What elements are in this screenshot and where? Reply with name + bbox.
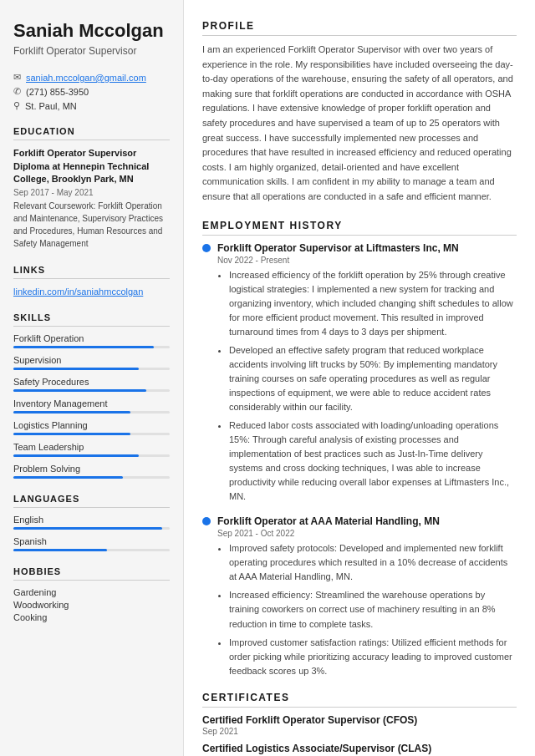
- skill-bar-fill: [13, 346, 154, 348]
- emp-bullet: Reduced labor costs associated with load…: [229, 419, 517, 504]
- skill-item: Safety Procedures: [13, 377, 170, 392]
- skills-section-title: Skills: [13, 312, 170, 327]
- skill-bar-bg: [13, 433, 170, 435]
- contact-phone: ✆ (271) 855-3950: [13, 86, 170, 97]
- main-content: Profile I am an experienced Forklift Ope…: [184, 0, 535, 756]
- cert-name: Certified Logistics Associate/Supervisor…: [202, 743, 517, 754]
- language-item: English: [13, 515, 170, 530]
- languages-list: English Spanish: [13, 515, 170, 551]
- skill-bar-fill: [13, 368, 139, 370]
- profile-text: I am an experienced Forklift Operator Su…: [202, 43, 517, 205]
- skill-bar-bg: [13, 389, 170, 392]
- email-link[interactable]: saniah.mccolgan@gmail.com: [26, 73, 146, 83]
- emp-bullet: Increased efficiency of the forklift ope…: [229, 268, 517, 339]
- education-section-title: Education: [13, 126, 170, 140]
- employment-item: Forklift Operator Supervisor at Liftmast…: [202, 242, 517, 505]
- skill-bar-fill: [13, 433, 130, 435]
- certificates-section-title: Certificates: [202, 692, 517, 708]
- skill-item: Problem Solving: [13, 464, 170, 479]
- emp-bullet: Improved customer satisfaction ratings: …: [229, 636, 517, 678]
- candidate-name: Saniah Mccolgan: [13, 20, 170, 42]
- emp-dates: Nov 2022 - Present: [217, 256, 517, 265]
- links-section-title: Links: [13, 265, 170, 279]
- skill-item: Supervision: [13, 355, 170, 370]
- phone-icon: ✆: [13, 86, 21, 97]
- cert-date: Sep 2021: [202, 727, 517, 736]
- emp-bullets-list: Improved safety protocols: Developed and…: [217, 541, 517, 677]
- skill-item: Inventory Management: [13, 398, 170, 414]
- language-item: Spanish: [13, 536, 170, 551]
- emp-bullet: Developed an effective safety program th…: [229, 343, 517, 414]
- employment-section: Employment History Forklift Operator Sup…: [202, 220, 517, 678]
- edu-coursework: Relevant Coursework: Forklift Operation …: [13, 200, 170, 250]
- skill-name: Supervision: [13, 355, 170, 365]
- skill-bar-bg: [13, 411, 170, 414]
- emp-bullets-list: Increased efficiency of the forklift ope…: [217, 268, 517, 505]
- skill-bar-fill: [13, 476, 123, 479]
- location-value: St. Paul, MN: [25, 101, 77, 111]
- linkedin-link[interactable]: linkedin.com/in/saniahmccolgan: [13, 287, 143, 297]
- certificate-item: Certified Forklift Operator Supervisor (…: [202, 714, 517, 736]
- profile-section-title: Profile: [202, 20, 517, 36]
- emp-dates: Sep 2021 - Oct 2022: [217, 529, 517, 538]
- skill-name: Safety Procedures: [13, 377, 170, 387]
- skill-name: Inventory Management: [13, 398, 170, 408]
- language-bar-bg: [13, 527, 170, 530]
- sidebar: Saniah Mccolgan Forklift Operator Superv…: [0, 0, 184, 756]
- hobbies-section-title: Hobbies: [13, 566, 170, 581]
- language-bar-fill: [13, 527, 162, 530]
- candidate-title: Forklift Operator Supervisor: [13, 45, 170, 57]
- emp-dot: [202, 517, 211, 525]
- hobby-item: Woodworking: [13, 600, 170, 610]
- employment-list: Forklift Operator Supervisor at Liftmast…: [202, 242, 517, 678]
- language-bar-fill: [13, 549, 107, 551]
- edu-degree: Forklift Operator Supervisor Diploma at …: [13, 147, 170, 185]
- certificates-list: Certified Forklift Operator Supervisor (…: [202, 714, 517, 756]
- employment-item: Forklift Operator at AAA Material Handli…: [202, 515, 517, 677]
- edu-dates: Sep 2017 - May 2021: [13, 188, 170, 197]
- hobby-item: Gardening: [13, 587, 170, 597]
- skill-name: Logistics Planning: [13, 420, 170, 430]
- profile-section: Profile I am an experienced Forklift Ope…: [202, 20, 517, 205]
- hobbies-list: GardeningWoodworkingCooking: [13, 587, 170, 622]
- language-name: Spanish: [13, 536, 170, 546]
- certificates-section: Certificates Certified Forklift Operator…: [202, 692, 517, 756]
- emp-dot: [202, 244, 211, 252]
- skill-name: Problem Solving: [13, 464, 170, 474]
- emp-job-title: Forklift Operator at AAA Material Handli…: [217, 515, 440, 527]
- certificate-item: Certified Logistics Associate/Supervisor…: [202, 743, 517, 756]
- skills-list: Forklift Operation Supervision Safety Pr…: [13, 333, 170, 479]
- cert-name: Certified Forklift Operator Supervisor (…: [202, 714, 517, 726]
- skill-item: Forklift Operation: [13, 333, 170, 348]
- linkedin-link-item: linkedin.com/in/saniahmccolgan: [13, 286, 170, 297]
- employment-section-title: Employment History: [202, 220, 517, 236]
- skill-name: Forklift Operation: [13, 333, 170, 343]
- emp-bullet: Improved safety protocols: Developed and…: [229, 541, 517, 584]
- location-icon: ⚲: [13, 100, 20, 111]
- email-icon: ✉: [13, 72, 21, 83]
- skill-name: Team Leadership: [13, 442, 170, 452]
- phone-value: (271) 855-3950: [26, 87, 89, 97]
- skill-bar-fill: [13, 389, 146, 392]
- language-bar-bg: [13, 549, 170, 551]
- emp-bullet: Increased efficiency: Streamlined the wa…: [229, 588, 517, 631]
- skill-item: Team Leadership: [13, 442, 170, 457]
- skill-bar-bg: [13, 454, 170, 457]
- contact-email: ✉ saniah.mccolgan@gmail.com: [13, 72, 170, 83]
- contact-location: ⚲ St. Paul, MN: [13, 100, 170, 111]
- language-name: English: [13, 515, 170, 525]
- skill-bar-bg: [13, 346, 170, 348]
- skill-bar-bg: [13, 368, 170, 370]
- skill-bar-fill: [13, 454, 139, 457]
- skill-item: Logistics Planning: [13, 420, 170, 435]
- emp-job-title: Forklift Operator Supervisor at Liftmast…: [217, 242, 459, 254]
- skill-bar-bg: [13, 476, 170, 479]
- languages-section-title: Languages: [13, 494, 170, 508]
- skill-bar-fill: [13, 411, 130, 414]
- hobby-item: Cooking: [13, 612, 170, 622]
